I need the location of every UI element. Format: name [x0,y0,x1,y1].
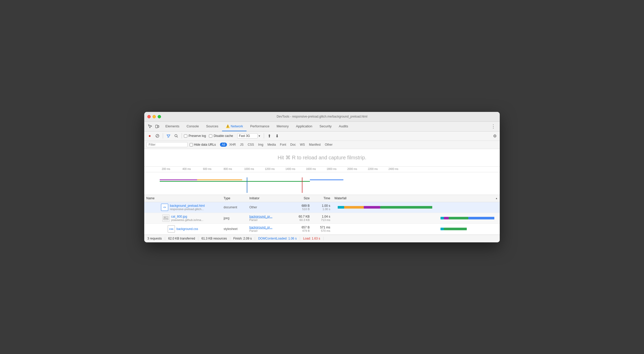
table-row[interactable]: CSS background.css stylesheet background… [144,224,500,235]
row-initiator-link[interactable]: background_pr... [249,215,286,218]
tab-performance[interactable]: Performance [247,121,273,131]
filter-css-button[interactable]: CSS [246,143,256,147]
throttle-select[interactable]: Fast 3G No throttling Slow 3G Offline [237,133,258,138]
close-button[interactable] [147,115,151,118]
row-name-cell: CSS background.css [144,224,222,234]
window-title: DevTools - responsive-preload.glitch.me/… [277,115,367,118]
wf-bar-green [449,217,468,219]
row-type: jpeg [224,216,245,220]
search-button[interactable] [173,133,180,139]
tab-elements-label: Elements [165,124,179,128]
download-icon[interactable]: ⬇ [274,133,281,139]
tab-list: Elements Console Sources ⚠️ Network Perf… [162,121,489,131]
row-initiator-sub: Parser [249,229,286,232]
record-button[interactable]: ● [146,133,153,139]
status-requests: 3 requests [147,237,165,240]
filter-js-button[interactable]: JS [238,143,245,147]
filter-doc-button[interactable]: Doc [289,143,298,147]
timeline-bar-green-1 [160,181,255,182]
timeline-bar-blue [310,179,343,180]
tab-network-label: Network [231,124,243,128]
timeline-bar-purple [160,179,197,180]
filename: background_preload.html [170,204,205,208]
col-header-name[interactable]: Name [144,196,222,200]
filename-sub: yoavweiss.github.io/ima... [171,218,203,221]
tab-application[interactable]: Application [292,121,316,131]
ruler-tick-1000: 1000 ms [244,168,254,170]
maximize-button[interactable] [158,115,161,118]
ruler-tick-600: 600 ms [203,168,211,170]
hide-data-urls-checkbox[interactable]: Hide data URLs [190,143,216,146]
settings-icon[interactable]: ⚙ [492,133,498,139]
filter-img-button[interactable]: Img [256,143,265,147]
tab-sources[interactable]: Sources [202,121,222,131]
col-header-waterfall[interactable]: Waterfall ▲ [332,196,500,200]
timeline-chart [144,172,500,195]
row-type-cell: document [222,202,247,213]
table-row[interactable]: <> background_preload.html responsive-pr… [144,202,500,213]
tab-memory[interactable]: Memory [273,121,292,131]
minimize-button[interactable] [152,115,156,118]
name-texts: cat_800.jpg yoavweiss.github.io/ima... [171,215,203,221]
filter-icon[interactable] [165,133,172,139]
row-size2: 479 B [302,229,310,232]
tab-elements[interactable]: Elements [162,121,183,131]
col-header-time[interactable]: Time [312,196,332,200]
device-toolbar-icon[interactable] [154,123,161,130]
filter-manifest-button[interactable]: Manifest [307,143,323,147]
tab-security[interactable]: Security [316,121,335,131]
more-tabs-button[interactable]: ⋮ [489,124,498,129]
row-type-cell: stylesheet [222,224,247,234]
preserve-log-label: Preserve log [189,134,206,138]
inspect-icon[interactable] [146,123,154,130]
ruler-tick-1600: 1600 ms [306,168,316,170]
table-row[interactable]: cat_800.jpg yoavweiss.github.io/ima... j… [144,213,500,224]
filter-other-button[interactable]: Other [323,143,334,147]
row-name-cell: cat_800.jpg yoavweiss.github.io/ima... [144,213,222,224]
row-initiator-cell: Other [247,202,289,213]
tab-sources-label: Sources [206,124,218,128]
tab-network[interactable]: ⚠️ Network [222,121,247,131]
row-initiator-link[interactable]: background_pr... [249,226,286,229]
tab-console[interactable]: Console [183,121,202,131]
tab-security-label: Security [319,124,332,128]
svg-rect-0 [156,125,158,128]
disable-cache-checkbox[interactable]: Disable cache [209,134,233,138]
filmstrip-hint: Hit ⌘ R to reload and capture filmstrip. [144,149,500,167]
col-header-type[interactable]: Type [222,196,247,200]
traffic-lights [147,115,161,118]
filter-font-button[interactable]: Font [278,143,288,147]
filter-input[interactable] [146,142,188,147]
svg-point-7 [164,217,165,218]
row-size1: 657 B [302,226,310,229]
file-icon-html: <> [161,204,168,211]
filmstrip-hint-text: Hit ⌘ R to reload and capture filmstrip. [278,154,367,161]
timeline-ruler: 200 ms 400 ms 600 ms 800 ms 1000 ms 1200… [144,167,500,172]
filter-xhr-button[interactable]: XHR [227,143,238,147]
hide-data-urls-input[interactable] [190,143,193,146]
preserve-log-checkbox[interactable]: Preserve log [184,134,206,138]
row-size-cell: 60.7 KB 60.3 KB [289,213,312,224]
upload-icon[interactable]: ⬆ [266,133,273,139]
sort-icon: ▲ [495,197,498,200]
svg-point-4 [175,135,177,137]
filter-type-buttons: All XHR JS CSS Img Media Font Doc WS Man… [220,143,334,147]
filter-media-button[interactable]: Media [266,143,278,147]
preserve-log-input[interactable] [184,134,187,138]
filter-ws-button[interactable]: WS [298,143,307,147]
wf-bar-orange [344,206,364,209]
filter-all-button[interactable]: All [220,143,227,147]
timeline-load-line [302,177,302,193]
wf-bar-purple [444,217,449,219]
throttle-select-wrap: Fast 3G No throttling Slow 3G Offline ▼ [237,133,261,138]
filename: background.css [176,227,198,231]
ruler-tick-800: 800 ms [224,168,232,170]
col-header-initiator[interactable]: Initiator [247,196,289,200]
col-header-size[interactable]: Size [289,196,312,200]
titlebar: DevTools - responsive-preload.glitch.me/… [144,112,500,122]
tab-audits[interactable]: Audits [335,121,352,131]
status-dom-content-loaded: DOMContentLoaded: 1.06 s [255,237,300,240]
disable-cache-input[interactable] [209,134,212,138]
toolbar-separator-1 [163,133,163,138]
clear-button[interactable] [154,133,161,139]
